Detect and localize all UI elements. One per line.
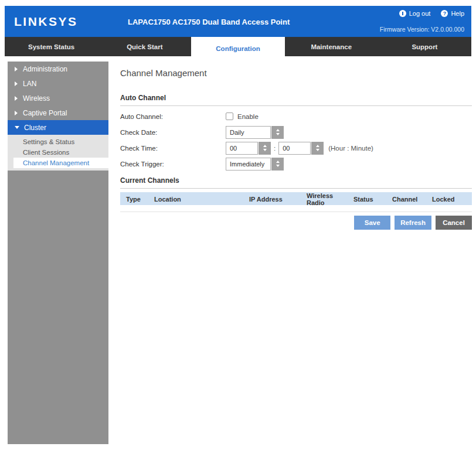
stepper-icon[interactable] <box>271 158 284 171</box>
arrow-down-icon <box>276 133 280 135</box>
cluster-submenu: Settings & Status Client Sessions Channe… <box>8 135 108 171</box>
action-buttons: Save Refresh Cancel <box>120 216 472 230</box>
check-date-value: Daily <box>226 126 271 139</box>
current-channels-empty-row <box>120 205 472 212</box>
tab-configuration[interactable]: Configuration <box>191 37 284 60</box>
main-nav-tabbar: System Status Quick Start Configuration … <box>5 37 471 56</box>
tab-support[interactable]: Support <box>378 37 471 56</box>
check-time-hour-spinner[interactable]: 00 <box>226 142 271 155</box>
sidebar-item-label: Cluster <box>24 124 46 132</box>
firmware-version: Firmware Version: V2.0.00.000 <box>380 26 464 33</box>
device-title: LAPAC1750 AC1750 Dual Band Access Point <box>128 17 290 26</box>
check-date-row: Check Date: Daily <box>120 124 472 140</box>
arrow-up-icon <box>263 145 267 147</box>
column-header-channel: Channel <box>386 196 426 203</box>
check-time-hour-value: 00 <box>226 142 258 155</box>
sidebar-item-label: Administration <box>23 65 67 73</box>
auto-channel-form: Auto Channel: Enable Check Date: Daily C… <box>120 108 472 172</box>
linksys-logo: LINKSYS <box>14 15 78 29</box>
chevron-right-icon <box>15 81 18 86</box>
arrow-up-icon <box>276 129 280 131</box>
tab-quick-start[interactable]: Quick Start <box>98 37 191 56</box>
auto-channel-section-title: Auto Channel <box>120 94 472 106</box>
enable-label: Enable <box>237 113 259 120</box>
logout-label: Log out <box>409 10 431 17</box>
enable-checkbox[interactable] <box>226 112 233 120</box>
arrow-down-icon <box>276 165 280 167</box>
auto-channel-label: Auto Channel: <box>120 113 226 120</box>
save-button[interactable]: Save <box>354 216 390 230</box>
column-header-locked: Locked <box>426 196 472 203</box>
column-header-status: Status <box>348 196 386 203</box>
sidebar-subitem-settings-status[interactable]: Settings & Status <box>8 137 108 147</box>
logout-icon <box>399 10 406 17</box>
sidebar-item-label: Wireless <box>23 94 50 103</box>
help-icon: ? <box>441 10 448 17</box>
sidebar-item-label: Captive Portal <box>23 109 67 117</box>
page-title: Channel Management <box>120 68 472 78</box>
arrow-up-icon <box>316 145 319 147</box>
check-time-minute-value: 00 <box>278 142 311 155</box>
help-link[interactable]: ? Help <box>441 10 464 17</box>
stepper-icon[interactable] <box>259 142 271 155</box>
sidebar-item-label: LAN <box>23 80 36 88</box>
chevron-right-icon <box>15 111 18 115</box>
cancel-button[interactable]: Cancel <box>436 216 472 230</box>
check-trigger-value: Immediately <box>226 158 271 171</box>
sidebar-subitem-channel-management[interactable]: Channel Management <box>13 158 108 168</box>
logout-link[interactable]: Log out <box>399 10 431 17</box>
check-trigger-select[interactable]: Immediately <box>226 158 284 171</box>
sidebar-item-administration[interactable]: Administration <box>8 62 108 76</box>
sidebar-subitem-client-sessions[interactable]: Client Sessions <box>8 147 108 158</box>
current-channels-table-header: Type Location IP Address Wireless Radio … <box>120 192 472 205</box>
check-date-label: Check Date: <box>120 129 226 136</box>
main-content: Channel Management Auto Channel Auto Cha… <box>117 62 472 230</box>
auto-channel-row: Auto Channel: Enable <box>120 108 472 124</box>
check-trigger-label: Check Trigger: <box>120 161 226 168</box>
column-header-location: Location <box>148 196 243 203</box>
refresh-button[interactable]: Refresh <box>395 216 431 230</box>
chevron-right-icon <box>15 67 18 71</box>
page: LINKSYS LAPAC1750 AC1750 Dual Band Acces… <box>0 0 476 450</box>
tab-maintenance[interactable]: Maintenance <box>285 37 378 56</box>
sidebar: Administration LAN Wireless Captive Port… <box>8 62 108 444</box>
sidebar-item-lan[interactable]: LAN <box>8 76 108 91</box>
check-time-minute-spinner[interactable]: 00 <box>278 142 324 155</box>
sidebar-item-cluster[interactable]: Cluster <box>8 120 108 135</box>
check-trigger-row: Check Trigger: Immediately <box>120 156 472 172</box>
column-header-type: Type <box>120 196 148 203</box>
tab-system-status[interactable]: System Status <box>5 37 98 56</box>
stepper-icon[interactable] <box>311 142 324 155</box>
sidebar-item-wireless[interactable]: Wireless <box>8 91 108 105</box>
column-header-wireless-radio: Wireless Radio <box>301 192 348 206</box>
help-label: Help <box>451 10 464 17</box>
hour-minute-hint: (Hour : Minute) <box>328 145 373 152</box>
check-time-label: Check Time: <box>120 145 226 152</box>
current-channels-section-title: Current Channels <box>120 176 472 189</box>
check-time-row: Check Time: 00 : 00 (Hour : Minu <box>120 140 472 156</box>
arrow-down-icon <box>316 149 319 151</box>
arrow-down-icon <box>263 149 267 151</box>
arrow-up-icon <box>276 161 280 163</box>
sidebar-item-captive-portal[interactable]: Captive Portal <box>8 105 108 120</box>
column-header-ip-address: IP Address <box>243 196 301 203</box>
top-header-bar: LINKSYS LAPAC1750 AC1750 Dual Band Acces… <box>5 6 471 37</box>
stepper-icon[interactable] <box>271 126 284 139</box>
time-separator: : <box>274 145 276 152</box>
top-links: Log out ? Help <box>399 10 464 17</box>
chevron-down-icon <box>15 126 19 129</box>
chevron-right-icon <box>15 96 18 101</box>
check-date-select[interactable]: Daily <box>226 126 284 139</box>
